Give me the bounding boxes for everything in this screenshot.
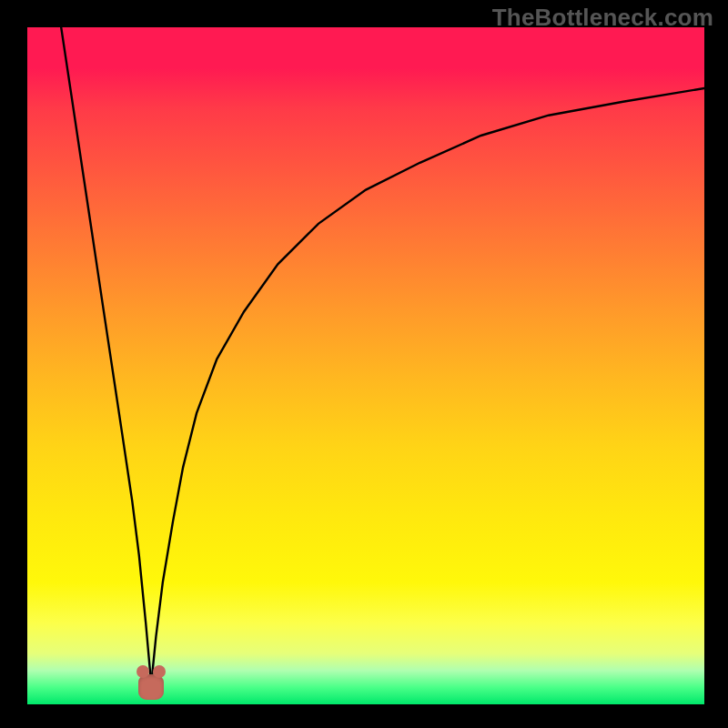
plot-area xyxy=(27,27,704,704)
right-curve xyxy=(151,88,704,684)
chart-frame: TheBottleneck.com xyxy=(0,0,728,728)
left-curve xyxy=(61,27,151,684)
curve-layer xyxy=(27,27,704,704)
sweet-spot-marker xyxy=(138,674,164,700)
